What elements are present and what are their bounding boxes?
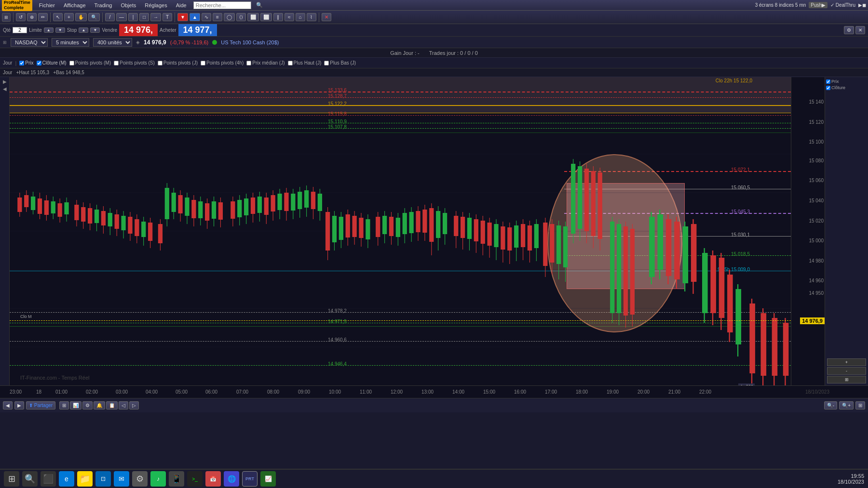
tb-more7[interactable]: ⌇ [307, 13, 316, 21]
tb-hline[interactable]: — [116, 13, 127, 21]
bt-zoom-plus[interactable]: 🔍+ [839, 401, 854, 409]
bt-icon-6[interactable]: ◁ [119, 401, 128, 409]
menu-reglages[interactable]: Réglages [143, 2, 169, 8]
bt-icon-2[interactable]: 📊 [70, 401, 81, 409]
tb-indicator[interactable]: ▼ [177, 13, 188, 21]
trades-label: Trades jour : 0 / 0 / 0 [429, 50, 478, 56]
rp-zoom-out[interactable]: - [827, 367, 866, 375]
svg-rect-45 [141, 222, 146, 237]
tb-arrow[interactable]: → [150, 13, 161, 21]
bt-zoom-minus[interactable]: 🔍- [824, 401, 837, 409]
rp-zoom-fit[interactable]: ⊞ [827, 376, 866, 383]
svg-rect-33 [101, 211, 106, 225]
menu-fichier[interactable]: Fichier [37, 2, 57, 8]
taskbar-search-icon[interactable]: 🔍 [22, 471, 38, 487]
limit-up-btn[interactable]: ▲ [44, 27, 54, 33]
tb-zoom-reset[interactable]: ↺ [16, 13, 26, 21]
taskbar-app-icon[interactable]: 📱 [169, 471, 184, 487]
menu-trading[interactable]: Trading [93, 2, 114, 8]
ind-prix[interactable]: Prix [19, 60, 33, 66]
tb-vline[interactable]: | [128, 13, 138, 21]
taskbar-calendar-icon[interactable]: 📅 [205, 471, 221, 487]
current-price-axis-label: 14 976,9 [800, 317, 825, 324]
tb-more4[interactable]: ∥ [273, 13, 283, 21]
tb-hand[interactable]: ✋ [75, 13, 87, 21]
tb-cursor[interactable]: ↖ [53, 13, 63, 21]
ind-prix-median[interactable]: Prix médian (J) [246, 60, 285, 66]
stop-up-btn[interactable]: ▲ [79, 27, 88, 33]
bt-next-arrow[interactable]: ▶ [14, 401, 24, 409]
rp-item-1[interactable]: Prix [826, 79, 867, 84]
tb-zoom[interactable]: 🔍 [88, 13, 100, 21]
bt-prev-arrow[interactable]: ◀ [3, 401, 13, 409]
tb-more3[interactable]: ⬜ [260, 13, 272, 21]
tb-fib[interactable]: ∿ [202, 13, 211, 21]
taskbar-windows-icon[interactable]: ⊞ [4, 471, 19, 487]
ind-pivot-m[interactable]: Points pivots (M) [69, 60, 111, 66]
menu-aide[interactable]: Aide [174, 2, 189, 8]
svg-rect-137 [467, 218, 472, 239]
qty-label: Qté [3, 27, 11, 33]
bt-icon-7[interactable]: ▷ [129, 401, 139, 409]
bt-share[interactable]: ⬆ Partager [26, 401, 55, 409]
search-input[interactable] [193, 1, 251, 9]
chart-area[interactable]: Clo 22h 15 122,0 15 133,6 15 128,7 15 12… [10, 77, 791, 385]
taskbar-terminal-icon[interactable]: >_ [187, 471, 203, 487]
bt-icon-3[interactable]: ⚙ [82, 401, 93, 409]
tb-ellipse[interactable]: ◯ [224, 13, 235, 21]
tb-channel[interactable]: ≡ [213, 13, 222, 21]
taskbar-taskview-icon[interactable]: ⬛ [41, 471, 56, 487]
ind-plus-bas-j[interactable]: Plus Bas (J) [324, 60, 356, 66]
timeframe-select[interactable]: 5 minutes [52, 38, 89, 47]
bt-icon-1[interactable]: ⊞ [59, 401, 69, 409]
taskbar-chart-icon[interactable]: 📈 [260, 471, 276, 487]
tb-text[interactable]: T [163, 13, 172, 21]
taskbar-prt-icon[interactable]: PRT [242, 471, 258, 487]
menu-objets[interactable]: Objets [119, 2, 138, 8]
stop-down-btn[interactable]: ▼ [90, 27, 100, 33]
tb-more2[interactable]: ⬜ [247, 13, 259, 21]
taskbar-edge-icon[interactable]: e [59, 471, 74, 487]
bt-icon-5[interactable]: 📋 [106, 401, 118, 409]
market-select[interactable]: NASDAQ [11, 38, 48, 47]
ind-cloture[interactable]: Clôture (M) [37, 60, 67, 66]
sell-price-button[interactable]: 14 976, [119, 24, 158, 36]
rp-item-2[interactable]: Clôture [826, 85, 867, 90]
taskbar-settings-icon[interactable]: ⚙ [132, 471, 148, 487]
ind-pivot-j[interactable]: Points pivots (J) [158, 60, 198, 66]
ls-btn-2[interactable]: ◀ [3, 86, 7, 92]
ohlc-jour-label: Jour [3, 70, 12, 75]
ind-pivot-s[interactable]: Points pivots (S) [114, 60, 155, 66]
tb-rect[interactable]: □ [139, 13, 149, 21]
tb-crosshair[interactable]: + [64, 13, 74, 21]
taskbar-music-icon[interactable]: ♪ [150, 471, 166, 487]
tb-more5[interactable]: ≈ [285, 13, 294, 21]
menu-affichage[interactable]: Affichage [62, 2, 88, 8]
tb-more1[interactable]: ⟨⟩ [236, 13, 246, 21]
tb-delete[interactable]: ✕ [322, 13, 331, 21]
taskbar-store-icon[interactable]: ⊡ [95, 471, 111, 487]
quantity-select[interactable]: 400 unités [93, 38, 132, 47]
panel-settings-btn[interactable]: ⚙ [844, 26, 854, 34]
tb-separator-2 [50, 13, 51, 22]
tb-more6[interactable]: ⌂ [296, 13, 305, 21]
ind-plus-haut-j[interactable]: Plus Haut (J) [288, 60, 322, 66]
tb-zoom-fit[interactable]: ⊕ [27, 13, 37, 21]
tb-draw[interactable]: ✏ [38, 13, 48, 21]
search-icon[interactable]: 🔍 [256, 2, 263, 8]
rp-zoom-in[interactable]: + [827, 358, 866, 366]
limit-down-btn[interactable]: ▼ [55, 27, 65, 33]
svg-rect-131 [443, 213, 447, 234]
taskbar-browser-icon[interactable]: 🌐 [224, 471, 239, 487]
ls-btn-1[interactable]: ▶ [3, 79, 7, 84]
tb-trendline[interactable]: / [105, 13, 115, 21]
buy-price-button[interactable]: 14 977, [178, 24, 217, 36]
taskbar-mail-icon[interactable]: ✉ [114, 471, 129, 487]
taskbar-explorer-icon[interactable]: 📁 [77, 471, 93, 487]
bt-zoom-fit2[interactable]: ⊞ [855, 401, 865, 409]
qty-input[interactable] [13, 27, 27, 33]
bt-icon-4[interactable]: 🔔 [94, 401, 105, 409]
tb-indicator2[interactable]: ▲ [190, 13, 200, 21]
ind-pivot-4h[interactable]: Points pivots (4h) [201, 60, 244, 66]
panel-close-btn[interactable]: ✕ [855, 26, 865, 34]
